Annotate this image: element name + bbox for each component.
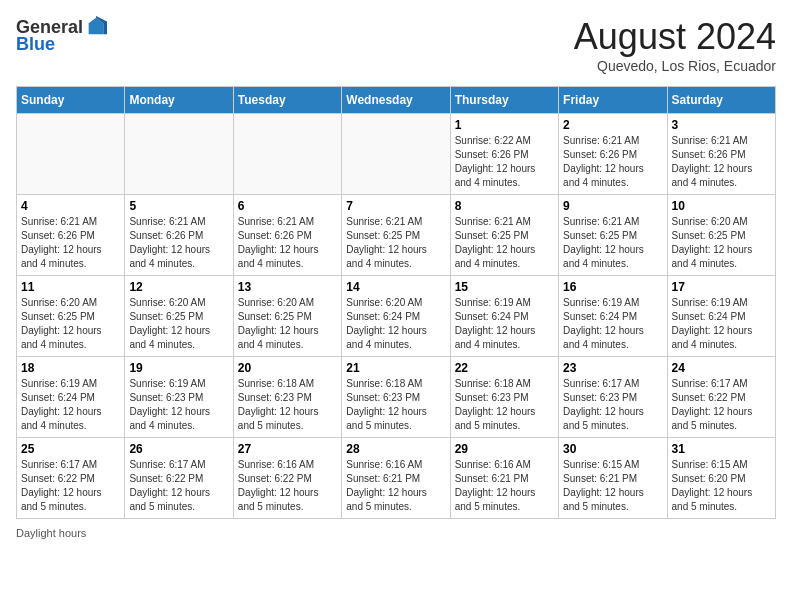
calendar-cell: 19Sunrise: 6:19 AM Sunset: 6:23 PM Dayli… <box>125 357 233 438</box>
calendar-cell: 8Sunrise: 6:21 AM Sunset: 6:25 PM Daylig… <box>450 195 558 276</box>
calendar-cell: 15Sunrise: 6:19 AM Sunset: 6:24 PM Dayli… <box>450 276 558 357</box>
day-header-friday: Friday <box>559 87 667 114</box>
day-info: Sunrise: 6:20 AM Sunset: 6:25 PM Dayligh… <box>238 296 337 352</box>
calendar-week-0: 1Sunrise: 6:22 AM Sunset: 6:26 PM Daylig… <box>17 114 776 195</box>
calendar-cell: 24Sunrise: 6:17 AM Sunset: 6:22 PM Dayli… <box>667 357 775 438</box>
calendar-cell <box>233 114 341 195</box>
day-info: Sunrise: 6:17 AM Sunset: 6:23 PM Dayligh… <box>563 377 662 433</box>
day-number: 1 <box>455 118 554 132</box>
logo-icon <box>85 16 107 38</box>
day-header-tuesday: Tuesday <box>233 87 341 114</box>
calendar-cell: 10Sunrise: 6:20 AM Sunset: 6:25 PM Dayli… <box>667 195 775 276</box>
day-number: 5 <box>129 199 228 213</box>
day-number: 12 <box>129 280 228 294</box>
day-info: Sunrise: 6:21 AM Sunset: 6:26 PM Dayligh… <box>129 215 228 271</box>
day-info: Sunrise: 6:16 AM Sunset: 6:21 PM Dayligh… <box>455 458 554 514</box>
calendar-cell: 20Sunrise: 6:18 AM Sunset: 6:23 PM Dayli… <box>233 357 341 438</box>
day-info: Sunrise: 6:19 AM Sunset: 6:24 PM Dayligh… <box>672 296 771 352</box>
calendar-cell: 31Sunrise: 6:15 AM Sunset: 6:20 PM Dayli… <box>667 438 775 519</box>
calendar-week-3: 18Sunrise: 6:19 AM Sunset: 6:24 PM Dayli… <box>17 357 776 438</box>
day-info: Sunrise: 6:17 AM Sunset: 6:22 PM Dayligh… <box>672 377 771 433</box>
day-number: 22 <box>455 361 554 375</box>
calendar-cell: 28Sunrise: 6:16 AM Sunset: 6:21 PM Dayli… <box>342 438 450 519</box>
calendar-cell: 13Sunrise: 6:20 AM Sunset: 6:25 PM Dayli… <box>233 276 341 357</box>
day-info: Sunrise: 6:21 AM Sunset: 6:26 PM Dayligh… <box>238 215 337 271</box>
calendar-cell: 16Sunrise: 6:19 AM Sunset: 6:24 PM Dayli… <box>559 276 667 357</box>
calendar-cell: 7Sunrise: 6:21 AM Sunset: 6:25 PM Daylig… <box>342 195 450 276</box>
calendar-cell: 25Sunrise: 6:17 AM Sunset: 6:22 PM Dayli… <box>17 438 125 519</box>
day-info: Sunrise: 6:19 AM Sunset: 6:23 PM Dayligh… <box>129 377 228 433</box>
calendar-cell: 22Sunrise: 6:18 AM Sunset: 6:23 PM Dayli… <box>450 357 558 438</box>
day-header-wednesday: Wednesday <box>342 87 450 114</box>
day-number: 6 <box>238 199 337 213</box>
day-number: 7 <box>346 199 445 213</box>
day-number: 2 <box>563 118 662 132</box>
location-subtitle: Quevedo, Los Rios, Ecuador <box>574 58 776 74</box>
day-number: 10 <box>672 199 771 213</box>
day-header-monday: Monday <box>125 87 233 114</box>
calendar-cell <box>17 114 125 195</box>
day-info: Sunrise: 6:19 AM Sunset: 6:24 PM Dayligh… <box>21 377 120 433</box>
day-info: Sunrise: 6:18 AM Sunset: 6:23 PM Dayligh… <box>238 377 337 433</box>
day-info: Sunrise: 6:21 AM Sunset: 6:26 PM Dayligh… <box>21 215 120 271</box>
title-block: August 2024 Quevedo, Los Rios, Ecuador <box>574 16 776 74</box>
day-number: 28 <box>346 442 445 456</box>
day-number: 16 <box>563 280 662 294</box>
day-header-thursday: Thursday <box>450 87 558 114</box>
day-number: 15 <box>455 280 554 294</box>
day-info: Sunrise: 6:19 AM Sunset: 6:24 PM Dayligh… <box>563 296 662 352</box>
day-number: 25 <box>21 442 120 456</box>
calendar-cell: 27Sunrise: 6:16 AM Sunset: 6:22 PM Dayli… <box>233 438 341 519</box>
month-title: August 2024 <box>574 16 776 58</box>
calendar-cell: 1Sunrise: 6:22 AM Sunset: 6:26 PM Daylig… <box>450 114 558 195</box>
calendar-cell: 11Sunrise: 6:20 AM Sunset: 6:25 PM Dayli… <box>17 276 125 357</box>
day-number: 9 <box>563 199 662 213</box>
logo-blue: Blue <box>16 34 55 55</box>
day-info: Sunrise: 6:18 AM Sunset: 6:23 PM Dayligh… <box>346 377 445 433</box>
day-number: 23 <box>563 361 662 375</box>
day-info: Sunrise: 6:15 AM Sunset: 6:21 PM Dayligh… <box>563 458 662 514</box>
day-info: Sunrise: 6:21 AM Sunset: 6:26 PM Dayligh… <box>672 134 771 190</box>
logo: General Blue <box>16 16 107 55</box>
day-number: 31 <box>672 442 771 456</box>
day-info: Sunrise: 6:22 AM Sunset: 6:26 PM Dayligh… <box>455 134 554 190</box>
day-number: 20 <box>238 361 337 375</box>
day-header-sunday: Sunday <box>17 87 125 114</box>
day-info: Sunrise: 6:19 AM Sunset: 6:24 PM Dayligh… <box>455 296 554 352</box>
day-number: 18 <box>21 361 120 375</box>
footer-text: Daylight hours <box>16 527 86 539</box>
day-info: Sunrise: 6:16 AM Sunset: 6:22 PM Dayligh… <box>238 458 337 514</box>
calendar-cell: 2Sunrise: 6:21 AM Sunset: 6:26 PM Daylig… <box>559 114 667 195</box>
calendar-cell: 6Sunrise: 6:21 AM Sunset: 6:26 PM Daylig… <box>233 195 341 276</box>
calendar-cell: 18Sunrise: 6:19 AM Sunset: 6:24 PM Dayli… <box>17 357 125 438</box>
day-number: 21 <box>346 361 445 375</box>
day-number: 30 <box>563 442 662 456</box>
day-number: 13 <box>238 280 337 294</box>
day-number: 3 <box>672 118 771 132</box>
day-number: 4 <box>21 199 120 213</box>
day-number: 26 <box>129 442 228 456</box>
day-number: 29 <box>455 442 554 456</box>
day-info: Sunrise: 6:15 AM Sunset: 6:20 PM Dayligh… <box>672 458 771 514</box>
calendar-body: 1Sunrise: 6:22 AM Sunset: 6:26 PM Daylig… <box>17 114 776 519</box>
day-number: 27 <box>238 442 337 456</box>
day-info: Sunrise: 6:17 AM Sunset: 6:22 PM Dayligh… <box>21 458 120 514</box>
calendar-week-1: 4Sunrise: 6:21 AM Sunset: 6:26 PM Daylig… <box>17 195 776 276</box>
calendar-cell <box>125 114 233 195</box>
footer: Daylight hours <box>16 527 776 539</box>
day-number: 8 <box>455 199 554 213</box>
page-header: General Blue August 2024 Quevedo, Los Ri… <box>16 16 776 74</box>
day-info: Sunrise: 6:20 AM Sunset: 6:25 PM Dayligh… <box>21 296 120 352</box>
day-info: Sunrise: 6:21 AM Sunset: 6:25 PM Dayligh… <box>346 215 445 271</box>
day-info: Sunrise: 6:21 AM Sunset: 6:25 PM Dayligh… <box>455 215 554 271</box>
day-number: 14 <box>346 280 445 294</box>
calendar-cell: 9Sunrise: 6:21 AM Sunset: 6:25 PM Daylig… <box>559 195 667 276</box>
calendar-cell: 5Sunrise: 6:21 AM Sunset: 6:26 PM Daylig… <box>125 195 233 276</box>
day-info: Sunrise: 6:18 AM Sunset: 6:23 PM Dayligh… <box>455 377 554 433</box>
day-number: 19 <box>129 361 228 375</box>
day-info: Sunrise: 6:17 AM Sunset: 6:22 PM Dayligh… <box>129 458 228 514</box>
day-number: 11 <box>21 280 120 294</box>
day-info: Sunrise: 6:21 AM Sunset: 6:25 PM Dayligh… <box>563 215 662 271</box>
day-info: Sunrise: 6:20 AM Sunset: 6:25 PM Dayligh… <box>672 215 771 271</box>
calendar-week-2: 11Sunrise: 6:20 AM Sunset: 6:25 PM Dayli… <box>17 276 776 357</box>
